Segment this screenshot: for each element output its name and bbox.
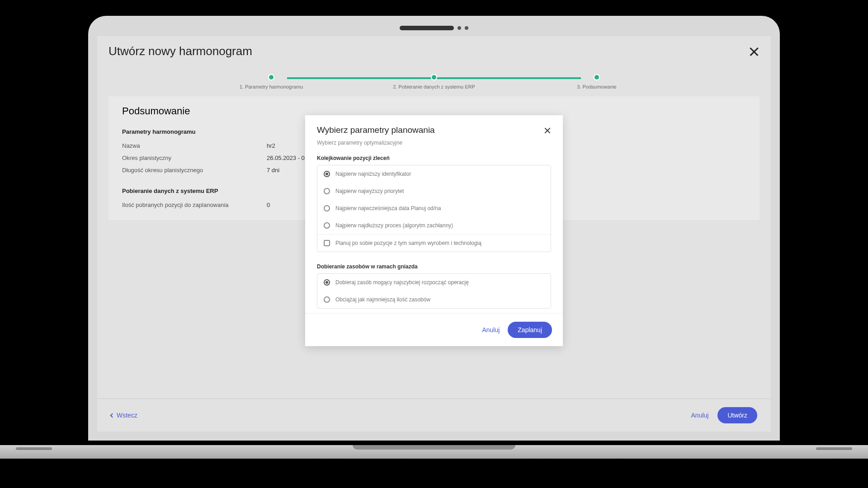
- option-label: Planuj po sobie pozycje z tym samym wyro…: [335, 240, 481, 246]
- back-button[interactable]: Wstecz: [111, 412, 137, 419]
- page-title: Utwórz nowy harmonogram: [108, 44, 252, 58]
- close-icon[interactable]: [749, 46, 760, 57]
- checkbox-icon: [324, 240, 330, 246]
- progress-stepper: 1. Parametry harmonogramu 2. Pobieranie …: [271, 74, 597, 89]
- radio-icon: [324, 222, 330, 229]
- create-button[interactable]: Utwórz: [717, 407, 757, 423]
- kv-value: hr2: [267, 142, 275, 149]
- option-label: Obciążaj jak najmniejszą ilość zasobów: [335, 296, 430, 303]
- radio-option-longest-process[interactable]: Najpierw najdłuższy proces (algorytm zac…: [317, 217, 551, 234]
- resource-options: Dobieraj zasób mogący najszybciej rozpoc…: [317, 273, 551, 309]
- chevron-left-icon: [110, 413, 115, 418]
- option-label: Dobieraj zasób mogący najszybciej rozpoc…: [335, 279, 469, 286]
- back-label: Wstecz: [117, 412, 137, 419]
- kv-label: Okres planistyczny: [122, 155, 267, 161]
- kv-label: Ilość pobranych pozycji do zaplanowania: [122, 202, 267, 208]
- radio-icon: [324, 205, 330, 211]
- screen-bezel: Utwórz nowy harmonogram 1. Parametry har…: [88, 16, 780, 441]
- page-footer: Wstecz Anuluj Utwórz: [97, 399, 771, 432]
- planning-params-modal: Wybierz parametry planowania Wybierz par…: [305, 115, 563, 346]
- step-label: 1. Parametry harmonogramu: [240, 84, 303, 89]
- radio-icon: [324, 296, 330, 303]
- app-screen: Utwórz nowy harmonogram 1. Parametry har…: [97, 36, 771, 432]
- queue-section-title: Kolejkowanie pozycji zleceń: [305, 148, 563, 165]
- radio-option-fewest-resources[interactable]: Obciążaj jak najmniejszą ilość zasobów: [317, 291, 551, 308]
- step-dot-icon: [431, 74, 437, 80]
- modal-header: Wybierz parametry planowania: [305, 115, 563, 137]
- close-icon[interactable]: [544, 127, 551, 134]
- radio-option-earliest-date[interactable]: Najpierw najwcześniejsza data Planuj od/…: [317, 200, 551, 217]
- speaker-grill: [400, 26, 468, 30]
- kv-label: Nazwa: [122, 142, 267, 149]
- modal-footer: Anuluj Zaplanuj: [305, 313, 563, 346]
- resources-section-title: Dobieranie zasobów w ramach gniazda: [305, 257, 563, 273]
- option-label: Najpierw najwcześniejsza data Planuj od/…: [335, 205, 441, 211]
- step-dot-icon: [594, 74, 600, 80]
- option-label: Najpierw najwyższy priorytet: [335, 188, 404, 194]
- option-label: Najpierw najdłuższy proces (algorytm zac…: [335, 222, 453, 229]
- step-dot-icon: [268, 74, 274, 80]
- queue-options: Najpierw najniższy identyfikator Najpier…: [317, 165, 551, 252]
- checkbox-group-same-product[interactable]: Planuj po sobie pozycje z tym samym wyro…: [317, 234, 551, 252]
- radio-option-fastest-resource[interactable]: Dobieraj zasób mogący najszybciej rozpoc…: [317, 274, 551, 291]
- radio-icon: [324, 171, 330, 177]
- step-label: 2. Pobieranie danych z systemu ERP: [393, 84, 475, 89]
- step-label: 3. Podsumowanie: [577, 84, 616, 89]
- kv-label: Długość okresu planistycznego: [122, 167, 267, 174]
- plan-button[interactable]: Zaplanuj: [508, 322, 552, 338]
- modal-subtitle: Wybierz parametry optymalizacyjne: [305, 137, 563, 148]
- radio-icon: [324, 188, 330, 194]
- radio-option-highest-priority[interactable]: Najpierw najwyższy priorytet: [317, 183, 551, 200]
- page-header: Utwórz nowy harmonogram: [97, 36, 771, 58]
- laptop-base: [0, 445, 868, 459]
- radio-icon: [324, 279, 330, 286]
- kv-value: 7 dni: [267, 167, 279, 174]
- cancel-button[interactable]: Anuluj: [482, 326, 500, 333]
- kv-value: 0: [267, 202, 270, 208]
- footer-actions: Anuluj Utwórz: [691, 407, 757, 423]
- radio-option-lowest-id[interactable]: Najpierw najniższy identyfikator: [317, 165, 551, 183]
- cancel-button[interactable]: Anuluj: [691, 412, 709, 419]
- modal-title: Wybierz parametry planowania: [317, 125, 435, 135]
- laptop-mockup: Utwórz nowy harmonogram 1. Parametry har…: [88, 16, 780, 450]
- option-label: Najpierw najniższy identyfikator: [335, 171, 411, 177]
